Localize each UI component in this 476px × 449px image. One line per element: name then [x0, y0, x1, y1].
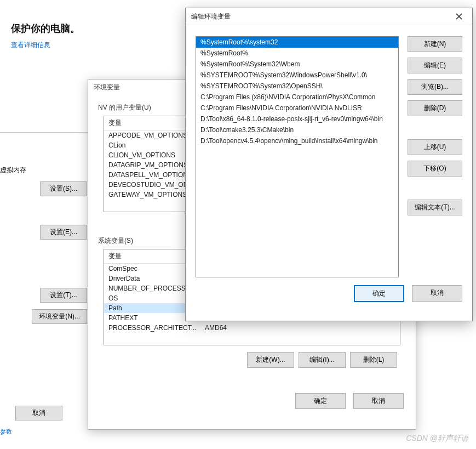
path-entry[interactable]: C:\Program Files (x86)\NVIDIA Corporatio… — [196, 92, 398, 103]
system-vars-button-row: 新建(W)... 编辑(I)... 删除(L) — [104, 345, 400, 370]
path-entry[interactable]: %SystemRoot%\system32 — [196, 37, 398, 48]
edit-bottom-row: 确定 取消 — [186, 285, 472, 311]
edit-environment-variable-dialog: 编辑环境变量 %SystemRoot%\system32%SystemRoot%… — [185, 8, 473, 321]
settings-button-t[interactable]: 设置(T)... — [40, 288, 87, 303]
side-buttons: 新建(N) 编辑(E) 浏览(B)... 删除(D) 上移(U) 下移(O) 编… — [408, 36, 462, 277]
edit-button[interactable]: 编辑(E) — [408, 58, 462, 73]
settings-button-s[interactable]: 设置(S)... — [40, 181, 87, 196]
divider — [0, 126, 90, 133]
ok-button[interactable]: 确定 — [295, 393, 346, 409]
move-up-button[interactable]: 上移(U) — [408, 139, 462, 155]
env-bottom-row: 确定 取消 — [88, 383, 416, 417]
path-entry[interactable]: C:\Program Files\NVIDIA Corporation\NVID… — [196, 103, 398, 113]
path-entry[interactable]: D:\Tool\opencv4.5.4\opencv\ming_build\in… — [196, 135, 398, 146]
path-entry[interactable]: D:\Tool\cmake3.25.3\CMake\bin — [196, 124, 398, 135]
edit-button-i[interactable]: 编辑(I)... — [299, 352, 346, 368]
new-button[interactable]: 新建(N) — [408, 36, 462, 52]
virtual-memory-label: 虚拟内存 — [0, 166, 90, 175]
left-column: 虚拟内存 设置(S)... 设置(E)... 设置(T)... 环境变量(N).… — [0, 126, 90, 353]
environment-variables-button[interactable]: 环境变量(N)... — [32, 309, 87, 324]
cancel-button[interactable]: 取消 — [353, 393, 404, 409]
cancel-button[interactable]: 取消 — [412, 285, 462, 302]
browse-button[interactable]: 浏览(B)... — [408, 79, 462, 95]
cancel-button[interactable]: 取消 — [15, 406, 62, 420]
new-button-w[interactable]: 新建(W)... — [247, 352, 294, 368]
settings-button-e[interactable]: 设置(E)... — [40, 225, 87, 240]
delete-button[interactable]: 删除(D) — [408, 100, 462, 116]
ok-button[interactable]: 确定 — [354, 285, 404, 302]
close-button[interactable] — [449, 10, 469, 22]
edit-titlebar: 编辑环境变量 — [186, 8, 472, 25]
edit-text-button[interactable]: 编辑文本(T)... — [408, 200, 462, 215]
path-entry[interactable]: %SYSTEMROOT%\System32\WindowsPowerShell\… — [196, 70, 398, 81]
path-entry[interactable]: %SystemRoot%\System32\Wbem — [196, 59, 398, 70]
edit-dialog-title: 编辑环境变量 — [191, 12, 231, 21]
table-row[interactable]: PROCESSOR_ARCHITECT...AMD64 — [104, 323, 400, 333]
path-entry[interactable]: %SystemRoot% — [196, 48, 398, 59]
footer-link[interactable]: 参数 — [0, 428, 12, 436]
close-icon — [456, 13, 462, 20]
path-entry[interactable]: D:\Tool\x86_64-8.1.0-release-posix-sjlj-… — [196, 113, 398, 124]
path-entry[interactable]: %SYSTEMROOT%\System32\OpenSSH\ — [196, 81, 398, 92]
delete-button-l[interactable]: 删除(L) — [350, 352, 397, 368]
move-down-button[interactable]: 下移(O) — [408, 161, 462, 177]
bg-button-row: 取消 — [15, 406, 62, 420]
path-entries-list[interactable]: %SystemRoot%\system32%SystemRoot%%System… — [196, 36, 399, 277]
